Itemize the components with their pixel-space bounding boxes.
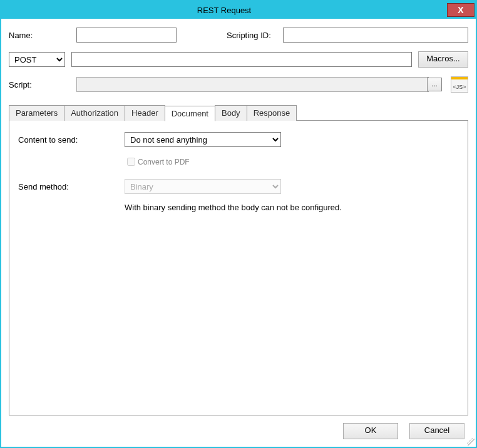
convert-to-pdf-checkbox: [127, 158, 135, 166]
row-method-url: POST Macros...: [9, 51, 468, 68]
client-area: Name: Scripting ID: POST Macros... Scrip…: [1, 19, 476, 447]
scripting-id-label: Scripting ID:: [227, 31, 277, 40]
script-input[interactable]: [76, 77, 429, 92]
tab-response[interactable]: Response: [247, 105, 297, 121]
send-method-label: Send method:: [18, 182, 125, 191]
dialog-window: REST Request X Name: Scripting ID: POST …: [0, 0, 477, 448]
url-input[interactable]: [71, 52, 412, 67]
window-title: REST Request: [1, 6, 447, 15]
titlebar[interactable]: REST Request X: [1, 1, 476, 19]
method-select[interactable]: POST: [9, 52, 65, 67]
js-icon: <JS>: [453, 84, 466, 92]
row-content-to-send: Content to send: Do not send anything: [18, 132, 459, 147]
convert-to-pdf-label: Convert to PDF: [138, 158, 190, 166]
script-browse-button[interactable]: ...: [427, 78, 442, 91]
scripting-id-input[interactable]: [283, 28, 468, 43]
ok-button[interactable]: OK: [343, 423, 398, 439]
tab-authorization[interactable]: Authorization: [64, 105, 125, 121]
tab-body[interactable]: Body: [215, 105, 247, 121]
tab-document[interactable]: Document: [165, 106, 215, 121]
tab-header[interactable]: Header: [125, 105, 165, 121]
tabstrip: Parameters Authorization Header Document…: [9, 105, 468, 121]
close-button[interactable]: X: [447, 3, 474, 17]
name-label: Name:: [9, 31, 76, 40]
row-name-scripting: Name: Scripting ID:: [9, 28, 468, 43]
script-field-wrap: ...: [76, 77, 444, 92]
content-to-send-label: Content to send:: [18, 135, 125, 145]
cancel-button[interactable]: Cancel: [409, 423, 464, 439]
name-input[interactable]: [76, 28, 177, 43]
row-convert-to-pdf: Convert to PDF: [125, 156, 459, 168]
close-icon: X: [458, 6, 463, 14]
tab-parameters[interactable]: Parameters: [9, 105, 64, 121]
send-method-select: Binary: [125, 179, 281, 194]
macros-button[interactable]: Macros...: [418, 51, 468, 68]
row-send-method: Send method: Binary: [18, 179, 459, 194]
tab-panel-document: Content to send: Do not send anything Co…: [9, 120, 468, 415]
resize-grip-icon[interactable]: [467, 438, 474, 445]
script-label: Script:: [9, 80, 76, 89]
send-method-hint: With binary sending method the body can …: [125, 203, 459, 212]
content-to-send-select[interactable]: Do not send anything: [125, 132, 281, 147]
dialog-footer: OK Cancel: [9, 415, 468, 442]
row-script: Script: ... <JS>: [9, 76, 468, 93]
js-button[interactable]: <JS>: [451, 76, 468, 93]
